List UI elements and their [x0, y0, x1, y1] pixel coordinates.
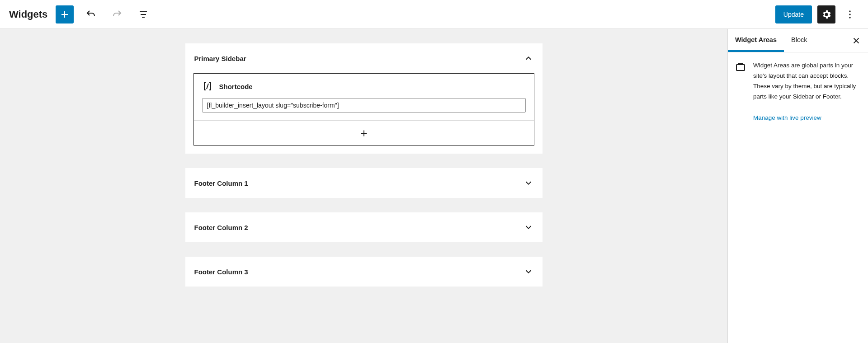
gear-icon	[821, 9, 832, 20]
settings-tabs: Widget Areas Block	[728, 29, 868, 52]
manage-live-preview-link[interactable]: Manage with live preview	[753, 113, 821, 123]
widget-area-header[interactable]: Footer Column 1	[185, 168, 542, 198]
settings-sidebar: Widget Areas Block Widget Areas are glob…	[728, 29, 868, 343]
widget-area-footer-column-2: Footer Column 2	[185, 212, 542, 242]
editor-inner: Primary Sidebar Shortcode	[185, 43, 542, 329]
widget-area-header[interactable]: Primary Sidebar	[185, 43, 542, 73]
chevron-up-icon	[524, 53, 533, 63]
more-options-button[interactable]	[841, 5, 859, 23]
settings-body: Widget Areas are global parts in your si…	[728, 52, 868, 132]
layout-icon	[735, 61, 746, 72]
svg-point-2	[849, 17, 850, 18]
close-settings-button[interactable]	[848, 33, 864, 49]
shortcode-block[interactable]: Shortcode	[193, 73, 534, 121]
shortcode-input[interactable]	[202, 98, 526, 113]
widget-areas-info: Widget Areas are global parts in your si…	[735, 61, 861, 123]
shortcode-icon	[202, 81, 213, 92]
list-view-button[interactable]	[134, 5, 152, 23]
widget-area-primary-sidebar: Primary Sidebar Shortcode	[185, 43, 542, 154]
widget-area-title: Primary Sidebar	[194, 55, 246, 62]
tab-block[interactable]: Block	[784, 29, 814, 52]
shortcode-block-label: Shortcode	[219, 83, 253, 90]
widget-area-body: Shortcode	[185, 73, 542, 146]
plus-icon	[59, 9, 70, 20]
list-view-icon	[138, 9, 149, 20]
workspace: Primary Sidebar Shortcode	[0, 29, 868, 343]
widget-area-footer-column-1: Footer Column 1	[185, 168, 542, 198]
svg-point-0	[849, 10, 850, 12]
update-button[interactable]: Update	[775, 5, 812, 23]
toolbar-left: Widgets	[9, 5, 152, 23]
widget-area-title: Footer Column 3	[194, 268, 248, 276]
add-block-appender[interactable]	[193, 121, 534, 146]
svg-point-1	[849, 14, 850, 15]
toolbar-right: Update	[775, 5, 859, 23]
settings-button[interactable]	[817, 5, 835, 23]
chevron-down-icon	[524, 178, 533, 188]
page-title: Widgets	[9, 9, 47, 20]
more-vertical-icon	[844, 9, 855, 20]
shortcode-block-header: Shortcode	[202, 81, 526, 92]
widget-areas-info-text: Widget Areas are global parts in your si…	[753, 61, 861, 123]
editor-area[interactable]: Primary Sidebar Shortcode	[0, 29, 728, 343]
widget-area-header[interactable]: Footer Column 2	[185, 212, 542, 242]
svg-rect-3	[736, 65, 745, 70]
plus-icon	[359, 128, 369, 138]
top-toolbar: Widgets Update	[0, 0, 868, 29]
widget-area-title: Footer Column 2	[194, 224, 248, 231]
widget-areas-description: Widget Areas are global parts in your si…	[753, 62, 856, 100]
widget-area-header[interactable]: Footer Column 3	[185, 257, 542, 287]
widget-area-title: Footer Column 1	[194, 179, 248, 187]
tab-widget-areas[interactable]: Widget Areas	[728, 29, 784, 52]
undo-icon	[85, 9, 96, 20]
chevron-down-icon	[524, 267, 533, 277]
widget-area-footer-column-3: Footer Column 3	[185, 257, 542, 287]
close-icon	[851, 36, 861, 46]
chevron-down-icon	[524, 222, 533, 232]
redo-icon	[112, 9, 123, 20]
redo-button[interactable]	[108, 5, 126, 23]
undo-button[interactable]	[82, 5, 100, 23]
add-block-button[interactable]	[56, 5, 74, 23]
